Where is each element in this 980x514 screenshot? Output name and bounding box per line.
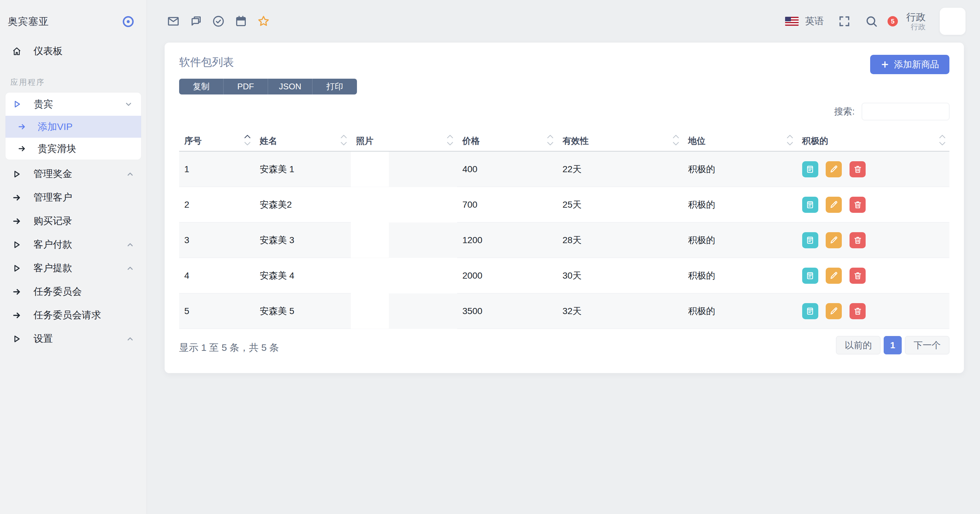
sort-desc-icon: [547, 142, 554, 146]
sidebar-item-label: 客户付款: [33, 238, 72, 251]
clipboard-icon: [806, 200, 815, 209]
sidebar-item-purchase-history[interactable]: 购买记录: [0, 209, 146, 233]
search-input[interactable]: [862, 103, 950, 120]
json-button[interactable]: JSON: [268, 79, 312, 94]
cell-name: 安森美 4: [255, 258, 351, 294]
arrow-right-icon: [12, 287, 21, 296]
column-header-actions[interactable]: 积极的: [797, 131, 950, 151]
pagination: 以前的 1 下一个: [836, 336, 950, 354]
language-switcher[interactable]: 英语: [785, 15, 824, 28]
sidebar-item-manage-bonus[interactable]: 管理奖金: [0, 162, 146, 186]
details-button[interactable]: [802, 303, 818, 319]
trash-icon: [853, 165, 862, 174]
details-button[interactable]: [802, 232, 818, 248]
mail-icon[interactable]: [167, 15, 180, 28]
sidebar-item-dashboard[interactable]: 仪表板: [0, 39, 146, 63]
pdf-button[interactable]: PDF: [224, 79, 268, 94]
table-info-text: 显示 1 至 5 条，共 5 条: [179, 341, 279, 354]
cell-price: 3500: [457, 294, 557, 329]
cell-actions: [797, 294, 950, 329]
table-footer: 显示 1 至 5 条，共 5 条 以前的 1 下一个: [179, 336, 950, 354]
search-label: 搜索:: [834, 105, 855, 118]
check-circle-icon[interactable]: [212, 15, 225, 28]
cell-price: 400: [457, 151, 557, 187]
column-header-photo[interactable]: 照片: [351, 131, 457, 151]
sidebar-item-task-committee-requests[interactable]: 任务委员会请求: [0, 303, 146, 327]
edit-button[interactable]: [826, 161, 842, 177]
delete-button[interactable]: [850, 161, 865, 177]
details-button[interactable]: [802, 197, 818, 213]
details-button[interactable]: [802, 268, 818, 284]
column-header-status[interactable]: 地位: [683, 131, 797, 151]
sidebar-item-vip-slider[interactable]: 贵宾滑块: [5, 138, 141, 160]
edit-button[interactable]: [826, 268, 842, 284]
cell-sn: 4: [179, 258, 255, 294]
add-new-product-label: 添加新商品: [894, 58, 939, 70]
sidebar-item-vip[interactable]: 贵宾: [5, 93, 141, 116]
search-row: 搜索:: [179, 103, 950, 120]
edit-button[interactable]: [826, 303, 842, 319]
sort-desc-icon: [340, 142, 347, 146]
sort-icons: [939, 134, 945, 146]
cell-status: 积极的: [683, 294, 797, 329]
cell-sn: 1: [179, 151, 255, 187]
cell-sn: 3: [179, 222, 255, 258]
sidebar-item-task-committee[interactable]: 任务委员会: [0, 280, 146, 303]
search-icon[interactable]: [865, 15, 878, 28]
details-button[interactable]: [802, 161, 818, 177]
table-row: 1 安森美 1 400 22天 积极的: [179, 151, 950, 187]
sort-desc-icon: [673, 142, 679, 146]
pagination-next-button[interactable]: 下一个: [905, 336, 950, 354]
pagination-page-1-button[interactable]: 1: [884, 336, 902, 354]
copy-button[interactable]: 复制: [179, 79, 224, 94]
cell-actions: [797, 151, 950, 187]
sidebar-section-label: 应用程序: [10, 77, 146, 88]
fullscreen-icon[interactable]: [838, 15, 851, 28]
column-header-name[interactable]: 姓名: [255, 131, 351, 151]
cell-photo: [351, 294, 457, 329]
play-triangle-icon: [12, 240, 21, 249]
delete-button[interactable]: [850, 197, 865, 213]
print-button[interactable]: 打印: [312, 79, 357, 94]
pencil-icon: [830, 200, 838, 209]
pagination-prev-button[interactable]: 以前的: [836, 336, 880, 354]
photo-placeholder: [351, 222, 389, 258]
cell-photo: [351, 151, 457, 187]
sidebar-item-label: 客户提款: [33, 262, 72, 275]
edit-button[interactable]: [826, 232, 842, 248]
package-list-card: 软件包列表 添加新商品 复制 PDF JSON 打印 搜索:: [165, 43, 964, 373]
delete-button[interactable]: [850, 268, 865, 284]
play-triangle-icon: [13, 100, 22, 109]
cell-validity: 25天: [557, 187, 683, 222]
cell-price: 1200: [457, 222, 557, 258]
edit-button[interactable]: [826, 197, 842, 213]
column-header-validity[interactable]: 有效性: [557, 131, 683, 151]
target-icon[interactable]: [121, 15, 135, 29]
photo-placeholder: [351, 294, 389, 329]
sidebar-item-settings[interactable]: 设置: [0, 327, 146, 351]
clipboard-icon: [806, 236, 815, 244]
cell-status: 积极的: [683, 222, 797, 258]
sidebar-item-manage-customers[interactable]: 管理客户: [0, 186, 146, 209]
user-menu[interactable]: 行政 行政: [906, 11, 926, 32]
calendar-icon[interactable]: [234, 15, 247, 28]
add-new-product-button[interactable]: 添加新商品: [870, 55, 950, 74]
home-icon: [12, 47, 21, 56]
sidebar-item-customer-withdrawals[interactable]: 客户提款: [0, 256, 146, 280]
column-header-sn[interactable]: 序号: [179, 131, 255, 151]
sidebar-group-vip: 贵宾 添加VIP 贵宾滑块: [5, 93, 141, 160]
clipboard-icon: [806, 271, 815, 280]
trash-icon: [853, 200, 862, 209]
delete-button[interactable]: [850, 303, 865, 319]
chat-icon[interactable]: [189, 15, 202, 28]
chevron-up-icon: [126, 241, 134, 249]
star-icon[interactable]: [257, 15, 270, 28]
sidebar-item-label: 贵宾: [34, 98, 53, 111]
avatar[interactable]: [940, 8, 966, 35]
delete-button[interactable]: [850, 232, 865, 248]
sidebar-item-label: 贵宾滑块: [38, 142, 76, 155]
sidebar-item-customer-payments[interactable]: 客户付款: [0, 233, 146, 256]
sidebar-item-add-vip[interactable]: 添加VIP: [5, 116, 141, 138]
column-header-price[interactable]: 价格: [457, 131, 557, 151]
cell-validity: 32天: [557, 294, 683, 329]
